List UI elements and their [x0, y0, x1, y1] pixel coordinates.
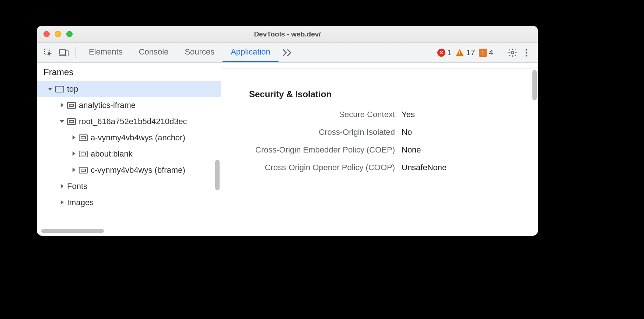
iframe-icon: [79, 167, 88, 173]
close-window-button[interactable]: [43, 31, 50, 37]
tree-label: Images: [67, 198, 94, 207]
svg-rect-5: [459, 55, 460, 55]
detail-value: Yes: [402, 110, 415, 119]
issues-icon: !: [479, 49, 487, 57]
issues-counter[interactable]: ! 4: [479, 48, 493, 57]
tree-label: about:blank: [91, 149, 133, 159]
detail-value: No: [402, 127, 412, 137]
detail-key: Cross-Origin Opener Policy (COOP): [228, 163, 402, 172]
chevron-right-icon[interactable]: [73, 168, 76, 172]
svg-point-9: [526, 55, 528, 56]
toolbar-separator: [75, 47, 76, 58]
chevron-right-icon[interactable]: [73, 151, 76, 156]
frame-icon: [55, 86, 64, 92]
tab-console[interactable]: Console: [131, 43, 177, 62]
inspect-element-icon[interactable]: [42, 46, 55, 59]
tree-row[interactable]: c-vynmy4vb4wys (bframe): [37, 162, 221, 178]
chevron-right-icon[interactable]: [61, 200, 64, 204]
detail-key: Cross-Origin Isolated: [228, 127, 402, 137]
detail-row: Secure ContextYes: [228, 110, 522, 119]
svg-rect-3: [66, 51, 68, 56]
section-title: Security & Isolation: [249, 89, 522, 99]
detail-key: Secure Context: [228, 110, 402, 119]
detail-row: Cross-Origin IsolatedNo: [228, 127, 522, 137]
tree-label: analytics-iframe: [79, 101, 136, 110]
svg-point-7: [526, 49, 528, 50]
settings-gear-icon[interactable]: [506, 46, 519, 59]
warning-icon: [455, 49, 464, 57]
issues-count: 4: [489, 48, 493, 57]
content-area: Frames topanalytics-iframeroot_616a752e1…: [37, 63, 538, 236]
chevron-right-icon[interactable]: [61, 103, 64, 107]
detail-row: Cross-Origin Embedder Policy (COEP)None: [228, 145, 522, 155]
tree-row[interactable]: analytics-iframe: [37, 97, 221, 113]
detail-row: Cross-Origin Opener Policy (COOP)UnsafeN…: [228, 163, 522, 172]
tab-sources[interactable]: Sources: [176, 43, 223, 62]
iframe-icon: [79, 134, 88, 141]
error-icon: ✕: [437, 49, 445, 57]
traffic-lights: [43, 31, 73, 37]
tab-application[interactable]: Application: [223, 43, 279, 62]
tree-row[interactable]: top: [37, 81, 221, 97]
chevron-down-icon[interactable]: [60, 120, 64, 123]
chevron-right-icon[interactable]: [61, 184, 64, 188]
tabs: ElementsConsoleSourcesApplication: [81, 43, 279, 62]
tree-row[interactable]: Images: [37, 194, 221, 211]
zoom-window-button[interactable]: [66, 31, 73, 37]
tree-label: a-vynmy4vb4wys (anchor): [91, 133, 185, 143]
main-toolbar: ElementsConsoleSourcesApplication ✕ 1 17…: [37, 43, 538, 63]
toolbar-separator: [501, 47, 501, 58]
warning-counter[interactable]: 17: [455, 48, 475, 57]
kebab-menu-icon[interactable]: [520, 46, 533, 59]
devtools-window: DevTools - web.dev/ ElementsConsoleSourc…: [37, 26, 538, 236]
error-count: 1: [447, 48, 452, 57]
iframe-icon: [79, 151, 88, 157]
sidebar-hscrollbar[interactable]: [37, 228, 221, 234]
svg-rect-4: [459, 51, 460, 54]
tree-label: c-vynmy4vb4wys (bframe): [91, 165, 185, 175]
svg-point-8: [526, 52, 528, 53]
minimize-window-button[interactable]: [55, 31, 61, 37]
iframe-icon: [67, 118, 76, 125]
window-title: DevTools - web.dev/: [37, 30, 538, 38]
chevron-down-icon[interactable]: [48, 88, 52, 91]
sidebar-title: Frames: [37, 63, 221, 81]
device-toolbar-icon[interactable]: [57, 46, 70, 59]
svg-rect-1: [59, 50, 66, 54]
tree-label: root_616a752e1b5d4210d3ec: [79, 117, 187, 126]
tab-elements[interactable]: Elements: [81, 43, 131, 62]
warning-count: 17: [466, 48, 475, 57]
frame-details-panel: Security & Isolation Secure ContextYesCr…: [221, 63, 538, 236]
tree-row[interactable]: a-vynmy4vb4wys (anchor): [37, 130, 221, 146]
chevron-right-icon[interactable]: [73, 135, 76, 140]
svg-point-6: [511, 51, 514, 54]
tree-label: top: [67, 84, 78, 94]
iframe-icon: [67, 102, 76, 109]
tree-row[interactable]: Fonts: [37, 178, 221, 194]
detail-value: None: [402, 145, 421, 155]
sidebar-vscrollbar[interactable]: [215, 160, 220, 190]
frames-sidebar: Frames topanalytics-iframeroot_616a752e1…: [37, 63, 221, 236]
details-vscrollbar[interactable]: [532, 70, 537, 100]
tree-label: Fonts: [67, 182, 87, 191]
status-counters: ✕ 1 17 ! 4: [437, 48, 493, 57]
detail-key: Cross-Origin Embedder Policy (COEP): [228, 145, 402, 155]
titlebar: DevTools - web.dev/: [37, 26, 538, 43]
error-counter[interactable]: ✕ 1: [437, 48, 452, 57]
tree-row[interactable]: about:blank: [37, 146, 221, 162]
more-tabs-button[interactable]: [279, 49, 297, 56]
tree-row[interactable]: root_616a752e1b5d4210d3ec: [37, 113, 221, 130]
frames-tree: topanalytics-iframeroot_616a752e1b5d4210…: [37, 81, 221, 229]
detail-value: UnsafeNone: [402, 163, 447, 172]
